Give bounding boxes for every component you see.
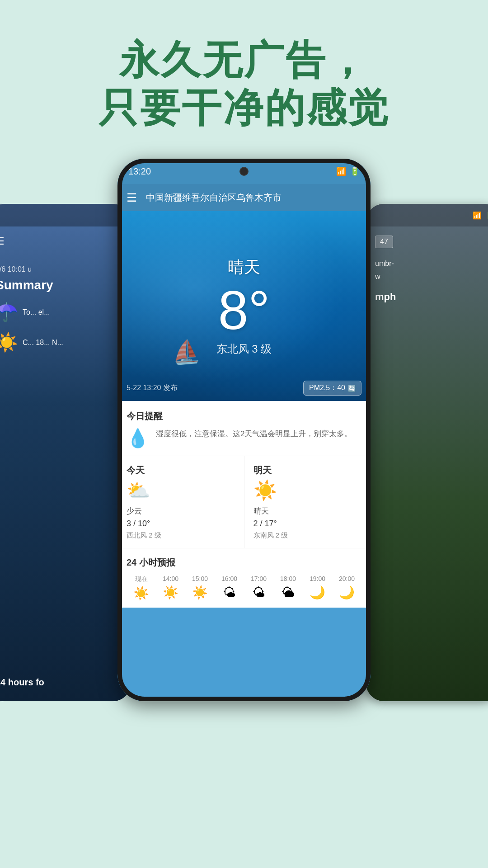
forecast-tomorrow-wind: 东南风 2 级: [253, 531, 362, 540]
hour-icon: ☀️: [163, 585, 178, 600]
publish-time: 5-22 13:20 发布: [127, 383, 178, 393]
weather-main: ⛵ 晴天 8° 东北风 3 级 5-22 13:20 发布 PM2.5：40 🔄: [117, 211, 371, 401]
sun-icon-sm: ☀️: [0, 332, 18, 353]
phone-right-status: 📶 🔋: [366, 204, 488, 226]
phone-right-content: 47 umbr- w mph: [366, 226, 488, 315]
hour-label: 现在: [135, 575, 148, 583]
city-name: 中国新疆维吾尔自治区乌鲁木齐市: [146, 192, 282, 204]
hour-item: 17:00 🌤: [244, 575, 273, 601]
hour-item: 20:00 🌙: [332, 575, 361, 601]
phones-container: ☰ 1/6 10:01 u Summary ☂️ To... el... ☀️ …: [0, 159, 488, 783]
hour-label: 19:00: [310, 575, 325, 582]
forecast-today-icon: ⛅: [127, 479, 235, 501]
hours-title: 24 小时预报: [127, 557, 361, 569]
hour-label: 17:00: [251, 575, 267, 582]
hour-item: 19:00 🌙: [303, 575, 332, 601]
phone-left-date: 1/6 10:01 u: [0, 265, 122, 274]
hour-item: 18:00 🌥: [273, 575, 303, 601]
hour-item: 现在 ☀️: [127, 575, 156, 601]
phone-left-menu-icon: ☰: [0, 226, 131, 256]
phone-left-status: [0, 204, 131, 226]
app-header: ☰ 中国新疆维吾尔自治区乌鲁木齐市: [117, 184, 371, 211]
hour-icon: 🌤: [223, 585, 236, 600]
status-icons: 📶 🔋: [336, 166, 360, 176]
forecast-tomorrow: 明天 ☀️ 晴天 2 / 17° 东南风 2 级: [244, 456, 371, 548]
weather-detail-right: umbr- w mph: [375, 257, 488, 306]
hours-row: 现在 ☀️ 14:00 ☀️ 15:00 ☀️ 16:00 🌤 17:00 🌤 …: [127, 575, 361, 601]
hours-label: 24 hours fo: [0, 677, 44, 688]
phone-center: 13:20 📶 🔋 ☰ 中国新疆维吾尔自治区乌鲁木齐市 ⛵ 晴天 8°: [117, 159, 371, 701]
hour-item: 15:00 ☀️: [185, 575, 215, 601]
reminder-title: 今日提醒: [127, 410, 361, 422]
hour-icon: 🌙: [310, 585, 325, 600]
pm-value: PM2.5：40: [309, 383, 345, 393]
battery-icon: 🔋: [350, 166, 360, 176]
boat-decoration: ⛵: [171, 338, 201, 366]
phone-right: 📶 🔋 47 umbr- w mph: [366, 204, 488, 701]
phone-left-summary: Summary: [0, 278, 122, 292]
wind-label-right: w: [375, 270, 488, 283]
hour-label: 18:00: [280, 575, 296, 582]
wifi-icon-right: 📶: [473, 211, 482, 220]
hour-item: 16:00 🌤: [215, 575, 244, 601]
white-content: 今日提醒 💧 湿度很低，注意保湿。这2天气温会明显上升，别穿太多。 今天 ⛅ 少…: [117, 401, 371, 608]
weather-temperature: 8°: [218, 283, 270, 337]
forecast-today-condition: 少云: [127, 506, 235, 516]
hour-item: 14:00 ☀️: [156, 575, 185, 601]
pm-badge-right: 47: [375, 236, 393, 248]
weather-wind: 东北风 3 级: [216, 342, 272, 356]
hour-icon: ☀️: [133, 586, 149, 601]
hour-label: 15:00: [192, 575, 208, 582]
phone-left-bottom: 24 hours fo: [0, 677, 44, 688]
battery-icon-right: 🔋: [485, 211, 488, 220]
hour-label: 16:00: [221, 575, 237, 582]
promo-line2: 只要干净的感觉: [99, 85, 389, 130]
forecast-today-day: 今天: [127, 464, 235, 476]
hour-icon: 🌙: [339, 585, 355, 600]
umbrella-label-right: umbr-: [375, 257, 488, 270]
refresh-icon[interactable]: 🔄: [348, 385, 356, 392]
hour-icon: 🌥: [282, 585, 295, 600]
forecast-today-temp: 3 / 10°: [127, 519, 235, 528]
today-reminder: 今日提醒 💧 湿度很低，注意保湿。这2天气温会明显上升，别穿太多。: [117, 401, 371, 456]
wifi-icon: 📶: [336, 166, 346, 176]
hour-label: 14:00: [163, 575, 178, 582]
promo-line1: 永久无广告，: [119, 38, 369, 82]
weather-condition: 晴天: [228, 256, 260, 278]
phone-left-content: 1/6 10:01 u Summary ☂️ To... el... ☀️ C.…: [0, 256, 131, 369]
hour-icon: ☀️: [192, 585, 208, 600]
forecast-tomorrow-icon: ☀️: [253, 479, 362, 501]
forecast-today-wind: 西北风 2 级: [127, 531, 235, 540]
water-drop-icon: 💧: [127, 428, 149, 449]
speed-label: mph: [375, 288, 488, 306]
forecast-tomorrow-temp: 2 / 17°: [253, 519, 362, 528]
phone-screen: 13:20 📶 🔋 ☰ 中国新疆维吾尔自治区乌鲁木齐市 ⛵ 晴天 8°: [117, 159, 371, 701]
promo-header: 永久无广告， 只要干净的感觉: [0, 0, 488, 159]
phone-left-umbrella-row: ☂️ To... el...: [0, 302, 122, 323]
forecast-tomorrow-day: 明天: [253, 464, 362, 476]
hours-section: 24 小时预报 现在 ☀️ 14:00 ☀️ 15:00 ☀️ 16:00 🌤 …: [117, 548, 371, 608]
umbrella-text: To... el...: [23, 308, 50, 316]
umbrella-icon: ☂️: [0, 302, 18, 323]
reminder-content: 💧 湿度很低，注意保湿。这2天气温会明显上升，别穿太多。: [127, 428, 361, 449]
sun-weather-text: C... 18... N...: [23, 339, 63, 347]
status-time: 13:20: [128, 166, 151, 177]
weather-footer: 5-22 13:20 发布 PM2.5：40 🔄: [117, 381, 371, 396]
hour-icon: 🌤: [253, 585, 265, 600]
pm-badge: PM2.5：40 🔄: [303, 381, 361, 396]
phone-left: ☰ 1/6 10:01 u Summary ☂️ To... el... ☀️ …: [0, 204, 131, 701]
reminder-text: 湿度很低，注意保湿。这2天气温会明显上升，别穿太多。: [156, 428, 352, 440]
forecast-tomorrow-condition: 晴天: [253, 506, 362, 516]
hour-label: 20:00: [339, 575, 355, 582]
menu-icon[interactable]: ☰: [127, 191, 137, 205]
phone-camera: [239, 167, 249, 176]
forecast-row: 今天 ⛅ 少云 3 / 10° 西北风 2 级 明天 ☀️ 晴天 2 / 17°…: [117, 456, 371, 548]
phone-left-weather-row: ☀️ C... 18... N...: [0, 332, 122, 353]
forecast-today: 今天 ⛅ 少云 3 / 10° 西北风 2 级: [117, 456, 244, 548]
